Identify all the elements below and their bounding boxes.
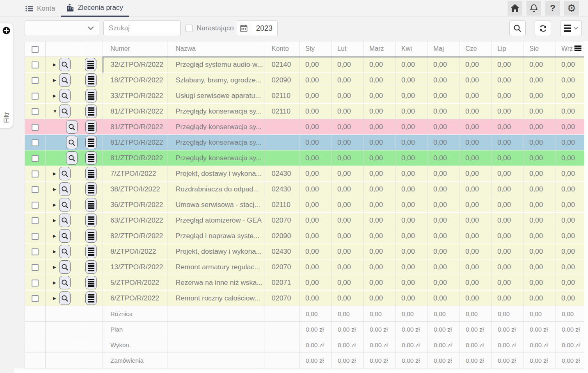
expand-arrow-icon[interactable]: ▶ [53, 187, 57, 191]
table-row[interactable]: ▶ 7/ZTPO/I/2022 Projekt, dostawy i wykon… [25, 166, 585, 182]
refresh-button[interactable] [535, 20, 551, 36]
table-row[interactable]: 81/ZTPO/R/2022 Przeglądy konserwacja sy.… [25, 135, 585, 150]
row-zoom-button[interactable] [59, 291, 71, 305]
column-header-numer[interactable]: Numer [103, 41, 167, 57]
row-menu-button[interactable] [85, 73, 97, 87]
column-header-konto[interactable]: Konto [265, 41, 300, 57]
table-row[interactable]: ▶ 36/ZTPO/R/2022 Umowa serwisowa - stacj… [25, 197, 585, 213]
row-checkbox[interactable] [32, 108, 39, 115]
column-header-month[interactable]: Sty [300, 41, 332, 57]
menu-button[interactable] [560, 20, 582, 36]
row-zoom-button[interactable] [59, 198, 71, 212]
column-header-month[interactable]: Kwi [396, 41, 428, 57]
row-checkbox[interactable] [32, 93, 39, 100]
row-checkbox[interactable] [32, 295, 39, 302]
row-checkbox[interactable] [32, 280, 39, 287]
row-checkbox[interactable] [32, 217, 39, 224]
row-zoom-button[interactable] [59, 73, 71, 87]
column-header-nazwa[interactable]: Nazwa [167, 41, 265, 57]
row-zoom-button[interactable] [66, 120, 78, 134]
row-checkbox[interactable] [32, 61, 39, 68]
row-menu-button[interactable] [85, 136, 97, 149]
expand-arrow-icon[interactable]: ▶ [53, 218, 57, 223]
row-checkbox[interactable] [32, 124, 39, 131]
row-menu-button[interactable] [85, 198, 97, 212]
table-row[interactable]: ▶ 5/ZTPO/R/2022 Rezerwa na inne niż wska… [25, 275, 585, 291]
row-zoom-button[interactable] [59, 89, 71, 102]
expand-arrow-icon[interactable]: ▼ [53, 109, 57, 114]
table-row[interactable]: ▶ 18/ZTPO/R/2022 Szlabany, bramy, ogrodz… [25, 73, 585, 88]
expand-arrow-icon[interactable]: ▶ [53, 296, 57, 300]
row-checkbox[interactable] [32, 264, 39, 271]
expand-arrow-icon[interactable]: ▶ [53, 93, 57, 98]
filter-select[interactable] [25, 20, 99, 36]
row-checkbox[interactable] [32, 233, 39, 240]
expand-arrow-icon[interactable]: ▶ [53, 171, 57, 176]
horizontal-scrollbar-area[interactable] [14, 368, 588, 373]
filter-panel-tab[interactable]: Filtr [0, 23, 13, 128]
search-button[interactable] [509, 20, 526, 36]
table-row[interactable]: ▶ 38/ZTPO/I/2022 Rozdrabniacza do odpad.… [25, 182, 585, 197]
tab-zlecenia-pracy[interactable]: Zlecenia pracy [61, 0, 129, 17]
table-row[interactable]: 81/ZTPO/R/2022 Przeglądy konserwacja sy.… [25, 150, 585, 166]
home-button[interactable] [508, 1, 522, 16]
table-row[interactable]: ▶ 32/ZTPO/R/2022 Przegląd systemu audio-… [25, 57, 585, 73]
column-header-month[interactable]: Marz [364, 41, 396, 57]
row-menu-button[interactable] [85, 89, 97, 102]
row-zoom-button[interactable] [66, 136, 78, 149]
column-header-month[interactable]: Lip [492, 41, 524, 57]
row-menu-button[interactable] [85, 245, 97, 258]
row-menu-button[interactable] [85, 167, 97, 180]
table-row[interactable]: ▶ 6/ZTPO/R/2022 Remont roczny całościow.… [25, 291, 585, 306]
row-menu-button[interactable] [85, 260, 97, 274]
expand-arrow-icon[interactable]: ▶ [53, 265, 57, 269]
settings-button[interactable]: ⚙ [564, 1, 579, 16]
notifications-button[interactable] [526, 1, 541, 16]
expand-arrow-icon[interactable]: ▶ [53, 280, 57, 285]
calendar-button[interactable] [236, 21, 251, 36]
expand-arrow-icon[interactable]: ▶ [53, 234, 57, 238]
row-menu-button[interactable] [85, 120, 97, 134]
row-zoom-button[interactable] [59, 229, 71, 243]
year-input[interactable] [251, 21, 277, 36]
column-header-month[interactable]: Sie [524, 41, 556, 57]
row-menu-button[interactable] [85, 229, 97, 243]
row-menu-button[interactable] [85, 58, 96, 71]
expand-arrow-icon[interactable]: ▶ [53, 249, 57, 254]
column-header-month[interactable]: Cze [460, 41, 492, 57]
row-zoom-button[interactable] [59, 260, 71, 274]
expand-arrow-icon[interactable]: ▶ [53, 202, 57, 207]
help-button[interactable]: ? [545, 1, 560, 16]
table-row[interactable]: ▶ 82/ZTPO/R/2022 Przegląd i naprawa syst… [25, 228, 585, 244]
row-checkbox[interactable] [32, 248, 39, 255]
expand-arrow-icon[interactable]: ▶ [53, 62, 57, 67]
row-checkbox[interactable] [32, 139, 39, 146]
vertical-scrollbar-area[interactable] [584, 41, 588, 368]
column-header-month[interactable]: Lut [332, 41, 364, 57]
row-checkbox[interactable] [32, 171, 39, 177]
row-menu-button[interactable] [85, 105, 97, 118]
table-row[interactable]: ▼ 81/ZTPO/R/2022 Przeglądy konserwacja s… [25, 104, 585, 119]
row-menu-button[interactable] [85, 214, 97, 227]
row-zoom-button[interactable] [59, 58, 71, 71]
row-checkbox[interactable] [32, 155, 39, 162]
row-checkbox[interactable] [32, 77, 39, 84]
cumulative-checkbox[interactable] [185, 25, 193, 32]
row-menu-button[interactable] [85, 291, 97, 305]
row-zoom-button[interactable] [59, 182, 71, 196]
table-row[interactable]: ▶ 33/ZTPO/R/2022 Usługi serwisowe aparat… [25, 88, 585, 104]
row-zoom-button[interactable] [59, 276, 71, 289]
row-menu-button[interactable] [85, 276, 97, 289]
row-zoom-button[interactable] [59, 167, 71, 180]
column-header-month[interactable]: Maj [428, 41, 460, 57]
row-menu-button[interactable] [85, 182, 97, 196]
cumulative-checkbox-row[interactable]: Narastająco [185, 20, 234, 36]
table-row[interactable]: ▶ 13/ZTPO/R/2022 Remont armatury regulac… [25, 259, 585, 275]
row-zoom-button[interactable] [66, 151, 78, 165]
search-input[interactable] [103, 20, 181, 36]
expand-arrow-icon[interactable]: ▶ [53, 78, 57, 82]
row-zoom-button[interactable] [59, 245, 71, 258]
column-chooser-button[interactable] [572, 43, 583, 53]
row-zoom-button[interactable] [59, 214, 71, 227]
row-menu-button[interactable] [85, 151, 97, 165]
